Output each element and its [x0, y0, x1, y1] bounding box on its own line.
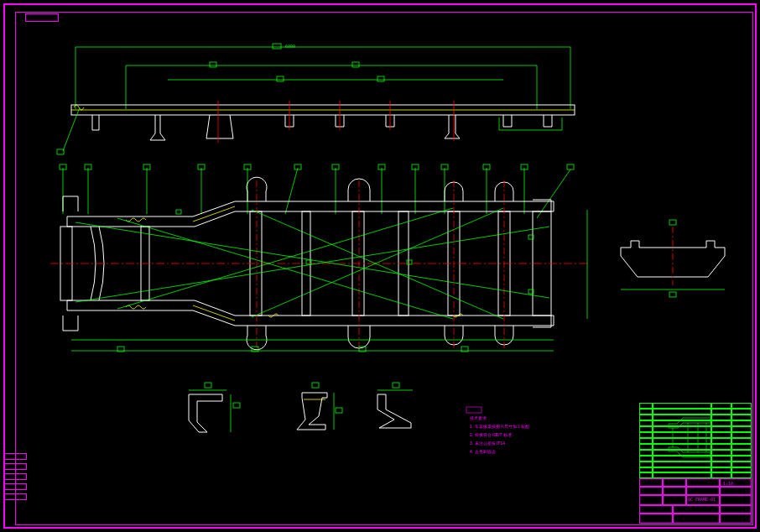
svg-rect-87 [669, 292, 676, 297]
svg-rect-79 [176, 210, 181, 214]
section-c [377, 383, 413, 428]
svg-text:2. 焊接符合 GB/T 标准: 2. 焊接符合 GB/T 标准 [470, 432, 512, 437]
svg-rect-86 [669, 220, 676, 225]
balloon-row [60, 164, 574, 218]
svg-rect-93 [312, 383, 319, 388]
title-text: QC-FRAME-01 [688, 497, 716, 502]
svg-rect-11 [377, 76, 384, 81]
plan-view [50, 177, 587, 352]
svg-line-68 [117, 218, 453, 319]
svg-line-70 [252, 210, 503, 319]
svg-rect-23 [57, 149, 64, 154]
side-view [57, 101, 575, 154]
top-dimensions: 6000 [75, 44, 570, 109]
svg-line-69 [117, 208, 453, 309]
svg-text:技术要求:: 技术要求: [469, 415, 487, 420]
bom-table [639, 403, 752, 478]
svg-rect-89 [205, 383, 211, 388]
svg-line-34 [285, 168, 298, 214]
title-block: QC-FRAME-01 1:10 [639, 403, 752, 524]
svg-text:4. 去毛刺锐边: 4. 去毛刺锐边 [470, 449, 496, 454]
svg-rect-90 [233, 403, 240, 408]
section-a [189, 383, 240, 432]
svg-line-71 [252, 208, 503, 317]
svg-rect-97 [393, 383, 399, 388]
svg-text:3. 未注公差按 IT14: 3. 未注公差按 IT14 [470, 441, 505, 446]
svg-text:1. 车架纵梁按图示尺寸加工装配: 1. 车架纵梁按图示尺寸加工装配 [470, 424, 529, 429]
svg-rect-7 [210, 62, 216, 67]
svg-rect-8 [352, 62, 359, 67]
svg-rect-94 [336, 408, 342, 413]
svg-line-66 [75, 222, 549, 298]
svg-rect-103 [466, 407, 482, 413]
end-profile-view [621, 220, 725, 297]
svg-rect-10 [277, 76, 284, 81]
svg-rect-49 [567, 164, 574, 170]
dim-top-overall: 6000 [285, 44, 295, 49]
section-b [297, 383, 342, 430]
scale-text: 1:10 [723, 481, 733, 486]
notes-block: 技术要求: 1. 车架纵梁按图示尺寸加工装配 2. 焊接符合 GB/T 标准 3… [466, 407, 529, 454]
title-fields: QC-FRAME-01 1:10 [639, 478, 752, 524]
svg-rect-3 [273, 44, 281, 49]
